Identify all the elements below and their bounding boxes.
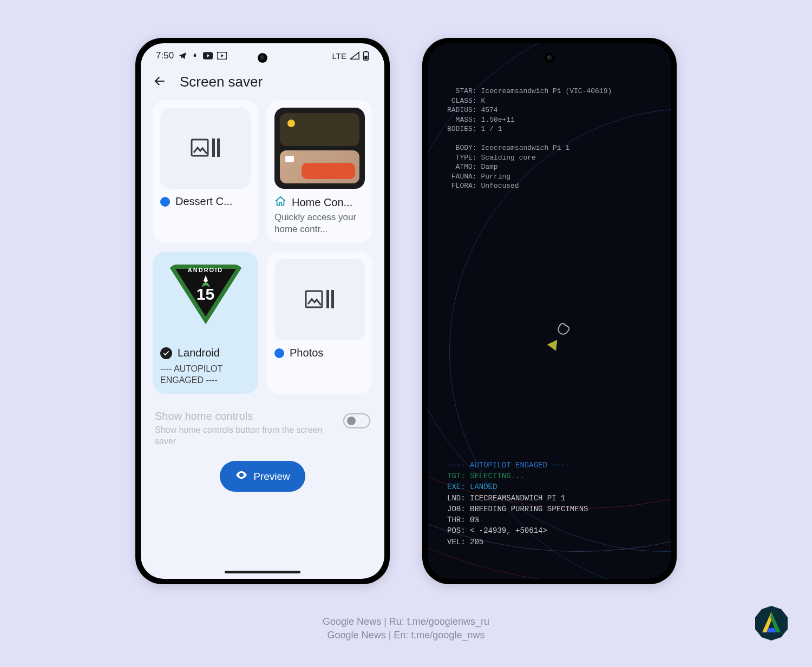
saver-card-home[interactable]: Home Con... Quickly access your home con… [267, 100, 372, 243]
thumb-home [274, 108, 365, 189]
radio-unselected-icon [274, 348, 284, 358]
check-icon [160, 347, 172, 359]
footer-line: Google News | En: t.me/google_nws [0, 629, 812, 642]
card-status: ---- AUTOPILOT ENGAGED ---- [160, 364, 251, 386]
svg-rect-3 [365, 51, 367, 52]
screen-landroid: STAR: Icecreamsandwich Pi (VIC-40619) CL… [428, 43, 671, 579]
toggle-title: Show home controls [155, 410, 335, 422]
eye-icon [235, 468, 248, 484]
svg-rect-5 [192, 140, 208, 156]
camera-cutout [545, 53, 554, 63]
status-time: 7:50 [156, 50, 174, 61]
telegram-icon [178, 51, 187, 60]
radio-unselected-icon [160, 197, 170, 207]
image-pause-icon [191, 136, 221, 160]
thumb-landroid: ANDROID 15 [160, 259, 251, 340]
preview-button[interactable]: Preview [220, 461, 305, 492]
card-title: Landroid [178, 347, 220, 359]
console-readout: ---- AUTOPILOT ENGAGED ---- TGT: SELECTI… [447, 460, 588, 547]
battery-icon [363, 51, 369, 61]
page-title: Screen saver [180, 74, 263, 90]
thumb-placeholder [160, 108, 251, 189]
screen-settings: 7:50 LTE [141, 43, 384, 579]
toggle-subtitle: Show home controls button from the scree… [155, 425, 335, 447]
gesture-bar[interactable] [225, 571, 300, 573]
svg-rect-9 [326, 290, 329, 308]
svg-rect-4 [364, 56, 367, 59]
svg-marker-12 [755, 606, 788, 640]
thumb-placeholder [274, 259, 365, 340]
card-title: Home Con... [292, 196, 352, 209]
saver-card-dessert[interactable]: Dessert C... [153, 100, 258, 243]
preview-label: Preview [253, 471, 290, 483]
badge-version: 15 [168, 285, 244, 303]
signal-icon [350, 51, 359, 60]
video-icon [217, 52, 227, 60]
svg-rect-6 [212, 138, 215, 157]
svg-rect-10 [331, 290, 334, 308]
camera-cutout [258, 53, 267, 63]
fire-icon [191, 51, 199, 60]
card-title: Dessert C... [175, 195, 233, 208]
switch-off-icon[interactable] [343, 413, 370, 428]
home-tile-camera [280, 150, 359, 183]
card-subtitle: Quickly access your home contr... [274, 212, 365, 235]
android-badge: ANDROID 15 [168, 265, 244, 335]
svg-rect-8 [306, 291, 322, 307]
svg-rect-7 [217, 138, 220, 157]
badge-label: ANDROID [168, 267, 244, 273]
phone-left: 7:50 LTE [135, 38, 390, 584]
saver-card-photos[interactable]: Photos [267, 252, 372, 394]
saver-card-landroid[interactable]: ANDROID 15 Landroid ---- AUTOP [153, 252, 258, 394]
image-pause-icon [305, 288, 335, 312]
phone-right: STAR: Icecreamsandwich Pi (VIC-40619) CL… [422, 38, 677, 584]
footer-line: Google News | Ru: t.me/googlenws_ru [0, 615, 812, 629]
youtube-icon [203, 52, 213, 60]
home-icon [274, 195, 286, 209]
image-footer: Google News | Ru: t.me/googlenws_ru Goog… [0, 615, 812, 642]
home-tile-light [280, 113, 359, 146]
star-info: STAR: Icecreamsandwich Pi (VIC-40619) CL… [447, 87, 612, 191]
card-title: Photos [290, 347, 323, 359]
watermark-logo [752, 604, 790, 642]
svg-point-11 [240, 474, 243, 476]
toggle-show-home-controls[interactable]: Show home controls Show home controls bu… [141, 394, 384, 453]
back-icon[interactable] [153, 74, 167, 90]
status-network: LTE [332, 51, 346, 61]
